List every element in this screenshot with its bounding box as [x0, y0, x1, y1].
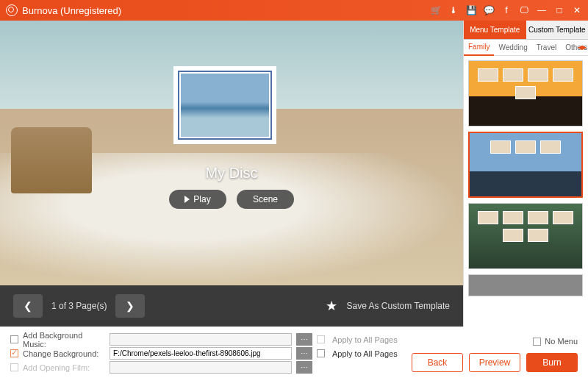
- no-menu-option: No Menu: [533, 337, 578, 346]
- bottom-panel: Add Background Music: ⋯ Apply to All Pag…: [0, 327, 588, 378]
- monitor-icon[interactable]: 🖵: [519, 5, 529, 15]
- add-music-input: [110, 333, 292, 346]
- change-bg-label: Change Background:: [23, 349, 105, 358]
- pager-bar: ❮ 1 of 3 Page(s) ❯ ★ Save As Custom Temp…: [0, 285, 463, 327]
- preview-pane: My Disc Play Scene ❮ 1 of 3 Page(s) ❯ ★ …: [0, 21, 463, 327]
- main-area: My Disc Play Scene ❮ 1 of 3 Page(s) ❯ ★ …: [0, 21, 588, 327]
- preview-button[interactable]: Preview: [469, 353, 520, 372]
- cart-icon[interactable]: 🛒: [431, 5, 441, 15]
- category-travel[interactable]: Travel: [532, 43, 561, 51]
- category-tabs: Family Wedding Travel Others ◀▶: [464, 40, 588, 56]
- titlebar: Burnova (Unregistered) 🛒 🌡 💾 💬 f 🖵 — □ ✕: [0, 0, 588, 21]
- star-icon: ★: [326, 298, 337, 314]
- app-title: Burnova (Unregistered): [22, 5, 431, 16]
- category-wedding[interactable]: Wedding: [494, 43, 531, 51]
- template-thumb-1[interactable]: [468, 60, 583, 126]
- add-film-label: Add Opening Film:: [23, 363, 105, 372]
- disc-title[interactable]: My Disc: [205, 165, 257, 182]
- save-icon[interactable]: 💾: [466, 5, 476, 15]
- app-logo-icon: [6, 4, 18, 16]
- category-scroll-icon[interactable]: ◀▶: [578, 44, 587, 51]
- play-button[interactable]: Play: [169, 190, 226, 209]
- template-sidebar: Menu Template Custom Template Family Wed…: [463, 21, 588, 327]
- play-label: Play: [193, 194, 210, 204]
- music-apply-all-checkbox: [317, 335, 325, 343]
- scene-label: Scene: [253, 194, 278, 204]
- chat-icon[interactable]: 💬: [484, 5, 494, 15]
- template-thumb-2[interactable]: [468, 132, 583, 198]
- template-thumbnails: [464, 56, 588, 327]
- titlebar-icons: 🛒 🌡 💾 💬 f 🖵 — □ ✕: [431, 5, 582, 15]
- minimize-icon[interactable]: —: [537, 5, 547, 15]
- template-thumb-3[interactable]: [468, 203, 583, 269]
- music-apply-all-label: Apply to All Pages: [332, 335, 398, 344]
- back-button[interactable]: Back: [412, 353, 463, 372]
- right-controls: No Menu Back Preview Burn: [412, 337, 578, 372]
- bg-apply-all-checkbox[interactable]: [317, 349, 325, 357]
- change-bg-checkbox[interactable]: [10, 349, 18, 357]
- play-icon: [184, 196, 190, 203]
- tab-menu-template[interactable]: Menu Template: [464, 21, 526, 40]
- menu-buttons: Play Scene: [169, 190, 294, 209]
- bg-apply-all-label: Apply to All Pages: [332, 349, 398, 358]
- add-music-checkbox[interactable]: [10, 335, 18, 343]
- menu-preview: My Disc Play Scene: [0, 21, 463, 285]
- category-family[interactable]: Family: [464, 40, 494, 56]
- next-page-button[interactable]: ❯: [115, 294, 145, 318]
- save-as-template-button[interactable]: Save As Custom Template: [346, 301, 450, 311]
- add-music-label: Add Background Music:: [23, 331, 105, 349]
- add-film-input: [110, 361, 292, 374]
- thermometer-icon[interactable]: 🌡: [448, 5, 459, 15]
- add-film-browse-button[interactable]: ⋯: [296, 361, 312, 374]
- change-bg-input[interactable]: [110, 347, 292, 360]
- template-thumb-4[interactable]: [468, 274, 583, 296]
- tab-custom-template[interactable]: Custom Template: [526, 21, 589, 40]
- no-menu-label: No Menu: [545, 337, 578, 346]
- template-tabs: Menu Template Custom Template: [464, 21, 588, 40]
- maximize-icon[interactable]: □: [554, 5, 564, 15]
- no-menu-checkbox[interactable]: [533, 338, 541, 346]
- prev-page-button[interactable]: ❮: [13, 294, 43, 318]
- add-music-browse-button[interactable]: ⋯: [296, 333, 312, 346]
- video-thumbnail-stamp[interactable]: [173, 66, 276, 144]
- facebook-icon[interactable]: f: [501, 5, 512, 15]
- page-indicator: 1 of 3 Page(s): [51, 301, 107, 311]
- scene-button[interactable]: Scene: [237, 190, 294, 209]
- add-film-checkbox: [10, 363, 18, 371]
- change-bg-browse-button[interactable]: ⋯: [296, 347, 312, 360]
- burn-button[interactable]: Burn: [526, 353, 578, 372]
- close-icon[interactable]: ✕: [572, 5, 582, 15]
